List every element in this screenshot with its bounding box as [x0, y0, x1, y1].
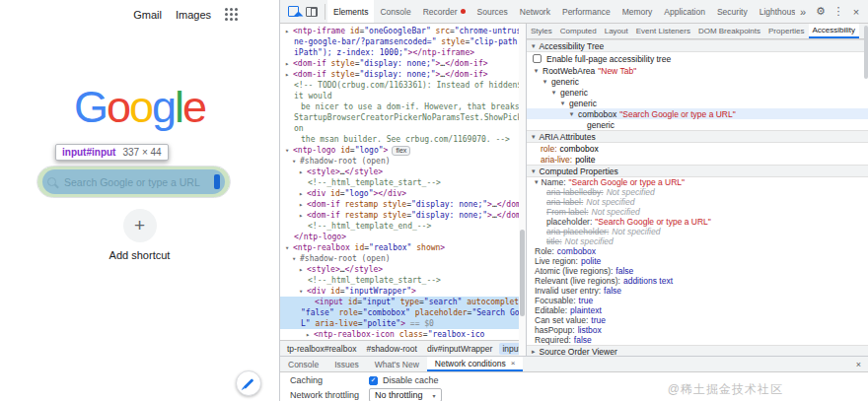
close-tab-icon[interactable]: × — [511, 359, 516, 368]
disclosure-arrow[interactable]: ▾ — [542, 78, 548, 86]
code-line[interactable]: "false" role="combobox" placeholder="Sea… — [280, 307, 526, 318]
disclosure-arrow[interactable]: ▾ — [292, 157, 300, 167]
sidebar-tab-styles[interactable]: Styles — [527, 24, 556, 38]
code-line[interactable]: ▸<dom-if restamp style="display: none;">… — [280, 210, 526, 221]
devtools-tab-recorder[interactable]: Recorder — [417, 0, 471, 23]
scrollbar-thumb[interactable] — [520, 230, 525, 316]
more-tabs-icon[interactable]: » — [795, 4, 811, 20]
code-line[interactable]: ▾<div id="inputWrapper"> — [280, 286, 526, 297]
elements-scrollbar[interactable] — [519, 24, 526, 356]
drawer-tab-what-s-new[interactable]: What's New — [367, 357, 427, 371]
ax-tree-row[interactable]: ▾generic — [527, 87, 868, 98]
code-line[interactable]: ▾#shadow-root (open) — [280, 253, 526, 264]
kebab-menu-icon[interactable]: ⋮ — [831, 4, 846, 20]
devtools-tab-network[interactable]: Network — [514, 0, 556, 23]
devtools-tab-application[interactable]: Application — [658, 0, 711, 23]
code-line[interactable]: ▾<ntp-realbox id="realbox" shown> — [280, 242, 526, 253]
throttling-select[interactable]: No throttling ▾ — [369, 388, 442, 401]
device-toolbar-icon[interactable] — [306, 7, 318, 17]
code-line[interactable]: iPath"); z-index: 1000;"></ntp-iframe> — [280, 47, 526, 58]
code-line[interactable]: </ntp-logo> — [280, 232, 526, 242]
code-line[interactable]: ▸<style>…</style> — [280, 167, 526, 177]
flex-badge[interactable]: flex — [392, 146, 410, 156]
ax-tree-row[interactable]: generic — [527, 119, 868, 130]
search-box[interactable]: Search Google or type a URL — [36, 166, 231, 198]
scrollbar-thumb[interactable] — [864, 26, 868, 79]
images-link[interactable]: Images — [176, 9, 211, 21]
disclosure-arrow[interactable]: ▾ — [568, 110, 575, 118]
sidebar-tab-accessibility[interactable]: Accessibility — [809, 24, 860, 38]
code-line[interactable]: on — [280, 123, 526, 134]
sidebar-tab-properties[interactable]: Properties — [764, 24, 808, 38]
code-line[interactable]: ▸<style>…</style> — [280, 264, 526, 275]
devtools-tab-memory[interactable]: Memory — [616, 0, 659, 23]
code-line[interactable]: L" aria-live="polite"> == $0 — [280, 318, 526, 329]
code-line[interactable]: ▾#shadow-root (open) — [280, 156, 526, 167]
devtools-tab-elements[interactable]: Elements — [327, 0, 374, 23]
code-line[interactable]: ▸<div id="logo"></div> — [280, 188, 526, 199]
devtools-tab-performance[interactable]: Performance — [556, 0, 616, 23]
code-line[interactable]: <!--_html_template_end_--> — [280, 221, 526, 232]
drawer-tab-network-conditions[interactable]: Network conditions× — [427, 357, 523, 371]
sidebar-tab-computed[interactable]: Computed — [556, 24, 601, 38]
disclosure-arrow[interactable]: ▾ — [285, 243, 293, 254]
section-source-order-viewer[interactable]: ▸ Source Order Viewer — [527, 345, 868, 356]
add-shortcut[interactable]: + Add shortcut — [0, 209, 279, 261]
code-line[interactable]: ▸<ntp-iframe id="oneGoogleBar" src="chro… — [280, 26, 526, 36]
settings-gear-icon[interactable]: ⚙ — [813, 4, 829, 20]
ax-tree-row[interactable]: ▾RootWebArea"New Tab" — [527, 65, 868, 76]
close-drawer-icon[interactable]: × — [849, 357, 868, 371]
code-line[interactable]: <!-- TODO(crbug.com/1163361): Instead of… — [280, 80, 526, 91]
close-devtools-icon[interactable]: × — [848, 4, 864, 20]
disclosure-arrow[interactable]: ▾ — [559, 100, 566, 107]
sidebar-tab-event-listeners[interactable]: Event Listeners — [632, 24, 694, 38]
disclosure-arrow[interactable]: ▸ — [285, 70, 293, 81]
customize-page-button[interactable] — [236, 370, 261, 396]
sidebar-tab-layout[interactable]: Layout — [601, 24, 632, 38]
devtools-tab-sources[interactable]: Sources — [471, 0, 514, 23]
checkbox-unchecked[interactable] — [533, 54, 542, 63]
sidebar-scrollbar[interactable] — [863, 24, 868, 356]
code-line[interactable]: be nicer to use a dom-if. However, that … — [280, 101, 526, 112]
ax-tree-row[interactable]: ▾combobox"Search Google or type a URL" — [527, 108, 868, 119]
code-line[interactable]: StartupBrowserCreatorPickerNoParamsTest.… — [280, 112, 526, 123]
disclosure-arrow[interactable]: ▾ — [535, 177, 539, 187]
code-line[interactable]: <input id="input" type="search" autocomp… — [280, 297, 526, 307]
disclosure-arrow[interactable]: ▸ — [299, 200, 307, 211]
ax-tree-row[interactable]: ▾generic — [527, 98, 868, 108]
ax-tree-row[interactable]: ▾generic — [527, 76, 868, 87]
code-line[interactable]: <!--_html_template_start_--> — [280, 275, 526, 286]
inspect-element-icon[interactable] — [288, 6, 299, 17]
disclosure-arrow[interactable]: ▸ — [299, 211, 307, 222]
disclosure-arrow[interactable]: ▸ — [306, 330, 314, 340]
breadcrumb-item-tp-realbox-realbox[interactable]: tp-realbox#realbox — [284, 343, 359, 355]
disclosure-arrow[interactable]: ▾ — [285, 146, 293, 157]
disable-cache-checkbox[interactable]: ✓ — [369, 376, 378, 385]
code-line[interactable]: ▸<dom-if style="display: none;">…</dom-i… — [280, 69, 526, 80]
gmail-link[interactable]: Gmail — [133, 9, 162, 21]
section-accessibility-tree[interactable]: ▾ Accessibility Tree — [527, 39, 868, 52]
drawer-tab-issues[interactable]: Issues — [326, 357, 367, 371]
breadcrumb-item-shadow-root[interactable]: #shadow-root — [363, 343, 420, 355]
devtools-tab-lighthouse[interactable]: Lighthouse — [754, 0, 795, 23]
devtools-tab-console[interactable]: Console — [374, 0, 416, 23]
disclosure-arrow[interactable]: ▾ — [292, 254, 300, 265]
google-apps-icon[interactable] — [225, 8, 238, 21]
disclosure-arrow[interactable]: ▾ — [533, 67, 540, 75]
section-aria-attributes[interactable]: ▾ ARIA Attributes — [527, 130, 868, 143]
code-line[interactable]: the msan builder. See crbug.com/1169070.… — [280, 134, 526, 145]
fullpage-ax-checkbox-row[interactable]: Enable full-page accessibility tree — [527, 52, 868, 65]
code-line[interactable]: <!--_html_template_start_--> — [280, 177, 526, 188]
disclosure-arrow[interactable]: ▾ — [550, 89, 557, 97]
plus-icon[interactable]: + — [123, 209, 157, 242]
disclosure-arrow[interactable]: ▸ — [299, 167, 307, 178]
code-line[interactable]: ▸<ntp-realbox-icon class="realbox-ico — [280, 329, 526, 340]
code-line[interactable]: it would — [280, 91, 526, 101]
code-line[interactable]: ▸<dom-if style="display: none;">…</dom-i… — [280, 58, 526, 69]
disclosure-arrow[interactable]: ▸ — [285, 59, 293, 70]
drawer-tab-console[interactable]: Console — [280, 357, 326, 371]
code-line[interactable]: ne-google-bar/?paramsencoded=" style="cl… — [280, 36, 526, 47]
code-line[interactable]: ▾<ntp-logo id="logo">flex — [280, 145, 526, 156]
disclosure-arrow[interactable]: ▸ — [299, 265, 307, 276]
section-computed-properties[interactable]: ▾ Computed Properties — [527, 165, 868, 177]
